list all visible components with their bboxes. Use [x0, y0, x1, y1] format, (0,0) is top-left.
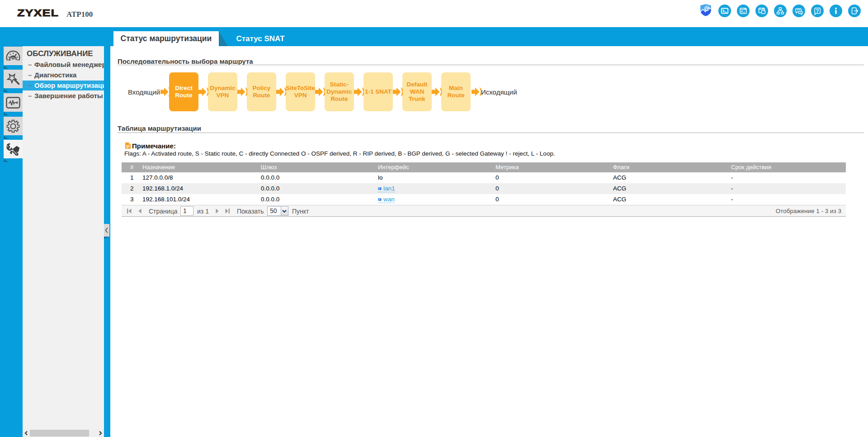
svg-text:?: ? [816, 8, 819, 14]
